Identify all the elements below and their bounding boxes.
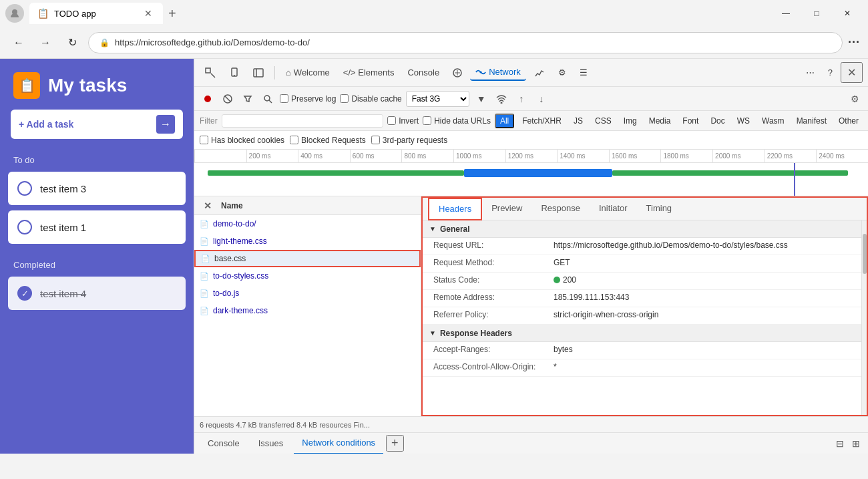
browser-tab[interactable]: 📋 TODO app ✕	[29, 3, 163, 24]
throttle-select[interactable]: Fast 3G Slow 3G No throttling	[406, 91, 469, 107]
filter-doc[interactable]: Doc	[706, 115, 728, 127]
close-window-button[interactable]: ✕	[832, 3, 863, 24]
filter-img[interactable]: Img	[620, 115, 641, 127]
devtools-device-button[interactable]	[224, 65, 245, 81]
bottom-tab-console[interactable]: Console	[200, 433, 248, 454]
task-item-2[interactable]: test item 1	[8, 210, 186, 244]
task-checkbox-2[interactable]	[17, 220, 32, 234]
undock-button[interactable]: ⊞	[849, 436, 863, 452]
add-task-button[interactable]: + Add a task →	[11, 110, 183, 139]
disable-cache-checkbox[interactable]: Disable cache	[340, 94, 401, 104]
tab-elements[interactable]: </> Elements	[338, 65, 400, 80]
filter-wasm[interactable]: Wasm	[758, 115, 789, 127]
devtools-toolbar: ⌂ Welcome </> Elements Console Network ⚙…	[194, 59, 868, 87]
dock-side-button[interactable]: ⊟	[833, 436, 847, 452]
network-row-0[interactable]: 📄 demo-to-do/	[194, 215, 421, 232]
export-button[interactable]: ↓	[533, 91, 550, 107]
bottom-tab-issues[interactable]: Issues	[250, 433, 292, 454]
tab-response[interactable]: Response	[531, 198, 590, 220]
tab-timing[interactable]: Timing	[637, 198, 682, 220]
maximize-button[interactable]: □	[801, 3, 832, 24]
tab-welcome[interactable]: ⌂ Welcome	[280, 65, 335, 80]
refresh-button[interactable]: ↻	[61, 32, 83, 53]
new-tab-button[interactable]: +	[163, 6, 182, 21]
network-row-3[interactable]: 📄 to-do-styles.css	[194, 267, 421, 285]
back-button[interactable]: ←	[8, 32, 29, 53]
throttle-dropdown-button[interactable]: ▼	[473, 91, 489, 107]
tab-icon: 📋	[37, 8, 49, 19]
filter-media[interactable]: Media	[645, 115, 675, 127]
request-url-value: https://microsoftedge.github.io/Demos/de…	[554, 241, 851, 250]
task-text-2: test item 1	[40, 222, 86, 233]
more-options-button[interactable]: ···	[848, 35, 860, 49]
forward-button[interactable]: →	[35, 32, 56, 53]
devtools-panel: ⌂ Welcome </> Elements Console Network ⚙…	[194, 59, 868, 454]
tab-network-debug[interactable]	[447, 65, 467, 80]
record-button[interactable]	[200, 91, 216, 107]
filter-ws[interactable]: WS	[733, 115, 754, 127]
settings-button[interactable]: ⚙	[553, 65, 572, 80]
minimize-button[interactable]: —	[771, 3, 801, 24]
details-scrollbar[interactable]	[861, 220, 867, 415]
title-bar: 📋 TODO app ✕ + — □ ✕	[0, 0, 868, 27]
third-party-checkbox[interactable]: 3rd-party requests	[371, 136, 447, 145]
task-checkbox-1[interactable]	[17, 181, 32, 196]
remote-address-value: 185.199.111.153:443	[554, 293, 851, 302]
filter-other[interactable]: Other	[835, 115, 863, 127]
network-row-icon-5: 📄	[200, 307, 209, 315]
clear-button[interactable]	[220, 91, 236, 107]
svg-point-8	[204, 96, 211, 102]
tab-initiator[interactable]: Initiator	[590, 198, 637, 220]
tab-close-button[interactable]: ✕	[142, 7, 155, 20]
close-details-button[interactable]: ✕	[200, 200, 216, 211]
todo-section-label: To do	[0, 150, 194, 169]
lock-icon: 🔒	[99, 38, 110, 47]
add-tab-button[interactable]: +	[386, 435, 404, 452]
more-tools-button[interactable]: ⋯	[801, 65, 820, 80]
address-input[interactable]: 🔒 https://microsoftedge.github.io/Demos/…	[88, 32, 843, 53]
tab-console[interactable]: Console	[402, 65, 445, 80]
filter-label: Filter	[200, 116, 218, 126]
command-menu-button[interactable]: ☰	[574, 65, 593, 80]
network-row-2[interactable]: 📄 base.css	[194, 250, 421, 267]
svg-line-10	[225, 96, 230, 102]
filter-button[interactable]	[240, 91, 256, 107]
filter-font[interactable]: Font	[678, 115, 702, 127]
network-row-1[interactable]: 📄 light-theme.css	[194, 232, 421, 250]
close-devtools-button[interactable]: ✕	[841, 62, 863, 83]
preserve-log-checkbox[interactable]: Preserve log	[280, 94, 336, 104]
network-row-icon-4: 📄	[200, 289, 209, 298]
filter-all[interactable]: All	[495, 114, 514, 128]
devtools-sidebar-button[interactable]	[248, 65, 269, 81]
filter-fetch-xhr[interactable]: Fetch/XHR	[518, 115, 566, 127]
general-section-header[interactable]: ▼ General	[423, 220, 861, 238]
network-conditions-wifi-button[interactable]	[493, 91, 509, 107]
devtools-inspect-button[interactable]	[200, 65, 221, 81]
filter-js[interactable]: JS	[570, 115, 587, 127]
task-item-completed-1[interactable]: ✓ test item 4	[8, 277, 186, 310]
network-row-4[interactable]: 📄 to-do.js	[194, 285, 421, 302]
help-button[interactable]: ?	[823, 65, 838, 80]
blocked-cookies-checkbox[interactable]: Has blocked cookies	[200, 136, 284, 145]
task-item-1[interactable]: test item 3	[8, 172, 186, 205]
tab-performance-monitor[interactable]	[529, 65, 550, 80]
detail-row-access-control: Access-Control-Allow-Origin: *	[423, 359, 861, 377]
search-network-button[interactable]	[260, 91, 276, 107]
add-task-arrow-icon: →	[156, 115, 175, 134]
bottom-tab-network-conditions[interactable]: Network conditions	[294, 433, 383, 454]
blocked-requests-checkbox[interactable]: Blocked Requests	[290, 136, 366, 145]
network-row-5[interactable]: 📄 dark-theme.css	[194, 302, 421, 319]
task-checkbox-completed-1[interactable]: ✓	[17, 286, 32, 301]
scrollbar-thumb[interactable]	[863, 234, 867, 274]
filter-manifest[interactable]: Manifest	[793, 115, 831, 127]
tab-preview[interactable]: Preview	[482, 198, 531, 220]
referrer-policy-value: strict-origin-when-cross-origin	[554, 310, 851, 319]
response-headers-section-header[interactable]: ▼ Response Headers	[423, 325, 861, 342]
tab-headers[interactable]: Headers	[428, 198, 482, 220]
filter-css[interactable]: CSS	[591, 115, 616, 127]
tab-network[interactable]: Network	[470, 64, 526, 81]
import-button[interactable]: ↑	[513, 91, 529, 107]
invert-filter-checkbox[interactable]: Invert	[387, 116, 419, 126]
network-settings-button[interactable]: ⚙	[847, 91, 863, 107]
hide-data-urls-checkbox[interactable]: Hide data URLs	[423, 116, 491, 126]
